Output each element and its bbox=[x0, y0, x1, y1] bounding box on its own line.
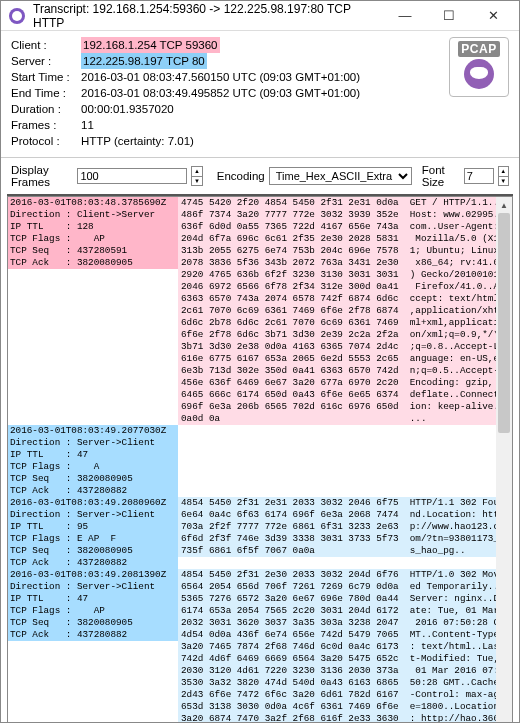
packet-meta: 2016-03-01T08:03:49.2080960Z Direction :… bbox=[8, 497, 178, 569]
pcap-badge: PCAP bbox=[449, 37, 509, 97]
divider bbox=[1, 157, 519, 158]
display-frames-label: Display Frames bbox=[11, 164, 73, 188]
packet-meta: 2016-03-01T08:03:48.3785690Z Direction :… bbox=[8, 197, 178, 269]
window-title: Transcript: 192.168.1.254:59360 -> 122.2… bbox=[33, 2, 383, 30]
pcap-icon bbox=[464, 59, 494, 89]
frames-label: Frames : bbox=[11, 117, 81, 133]
transcript-content: 2016-03-01T08:03:48.3785690Z Direction :… bbox=[8, 197, 512, 723]
transcript-panel: 2016-03-01T08:03:48.3785690Z Direction :… bbox=[7, 194, 513, 723]
protocol-label: Protocol : bbox=[11, 133, 81, 149]
scroll-up-icon[interactable]: ▲ bbox=[496, 197, 512, 213]
app-icon bbox=[9, 8, 25, 24]
end-time-label: End Time : bbox=[11, 85, 81, 101]
title-bar: Transcript: 192.168.1.254:59360 -> 122.2… bbox=[1, 1, 519, 31]
display-frames-input[interactable] bbox=[77, 168, 187, 184]
connection-info: Client :192.168.1.254 TCP 59360 Server :… bbox=[1, 31, 519, 155]
server-value: 122.225.98.197 TCP 80 bbox=[81, 53, 207, 69]
vertical-scrollbar[interactable]: ▲ ▼ bbox=[496, 197, 512, 723]
close-button[interactable]: ✕ bbox=[471, 1, 515, 31]
client-label: Client : bbox=[11, 37, 81, 53]
encoding-label: Encoding bbox=[217, 170, 265, 182]
end-time-value: 2016-03-01 08:03:49.495852 UTC (09:03 GM… bbox=[81, 85, 360, 101]
font-size-label: Font Size bbox=[422, 164, 460, 188]
packet-meta: 2016-03-01T08:03:49.2077030Z Direction :… bbox=[8, 425, 178, 497]
start-time-value: 2016-03-01 08:03:47.560150 UTC (09:03 GM… bbox=[81, 69, 360, 85]
packet-hex: 4745 5420 2f20 4854 5450 2f31 2e31 0d0a … bbox=[178, 197, 502, 425]
duration-label: Duration : bbox=[11, 101, 81, 117]
client-value: 192.168.1.254 TCP 59360 bbox=[81, 37, 220, 53]
controls-row: Display Frames ▲▼ Encoding Time_Hex_ASCI… bbox=[1, 162, 519, 194]
frames-value: 11 bbox=[81, 117, 94, 133]
font-size-input[interactable] bbox=[464, 168, 494, 184]
protocol-value: HTTP (certainty: 7.01) bbox=[81, 133, 194, 149]
scroll-thumb[interactable] bbox=[498, 213, 510, 433]
display-frames-spinner[interactable]: ▲▼ bbox=[191, 166, 202, 186]
server-label: Server : bbox=[11, 53, 81, 69]
duration-value: 00:00:01.9357020 bbox=[81, 101, 174, 117]
pcap-label: PCAP bbox=[458, 41, 499, 57]
minimize-button[interactable]: — bbox=[383, 1, 427, 31]
packet-hex: 4854 5450 2f31 2e31 2033 3032 2046 6f75 … bbox=[178, 497, 502, 557]
packet-hex: 4854 5450 2f31 2e30 2033 3032 204d 6f76 … bbox=[178, 569, 502, 723]
encoding-select[interactable]: Time_Hex_ASCII_Extra bbox=[269, 167, 412, 185]
start-time-label: Start Time : bbox=[11, 69, 81, 85]
maximize-button[interactable]: ☐ bbox=[427, 1, 471, 31]
packet-meta: 2016-03-01T08:03:49.2081390Z Direction :… bbox=[8, 569, 178, 641]
font-size-spinner[interactable]: ▲▼ bbox=[498, 166, 509, 186]
